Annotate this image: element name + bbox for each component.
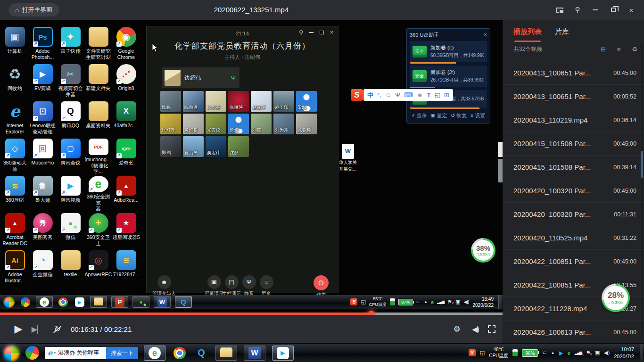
action-center-flag-icon[interactable]: ⚑ — [586, 350, 591, 356]
minimize-button[interactable] — [586, 0, 604, 20]
play-button[interactable]: ▶ — [10, 315, 26, 343]
taskbar-tencent-video: ▶ — [74, 296, 86, 308]
video-count: 共32个视频 — [513, 45, 589, 53]
window-restore-icon[interactable]: ◱ — [480, 350, 485, 356]
volume-tray-icon[interactable]: ◀) — [604, 350, 610, 356]
desktop-icon: 秀 美图秀秀 — [29, 212, 57, 249]
taskbar-meeting[interactable]: Q — [194, 346, 209, 360]
meeting-window: 21:14 ⚲ × 化学部支部党员教育活动（六月份） 主持人 · 边绍伟 边绍伟… — [146, 26, 339, 293]
playlist-item-name: 20200422_111228.mp4 — [513, 304, 610, 313]
participant-tile: 黄焰根 — [183, 114, 204, 134]
host-clock[interactable]: 10:07 2020/7/2 — [614, 346, 634, 360]
clear-playlist-icon[interactable]: ♻ — [632, 46, 637, 53]
desktop-icon: ◇ 360驱动大师 — [1, 137, 29, 174]
participant-name: 光善仪 — [207, 127, 221, 133]
search-input[interactable]: 港澳办 关你咩事 — [58, 349, 106, 357]
pin-button[interactable]: ⚲ — [569, 0, 586, 20]
collapse-list-icon[interactable]: ≡ — [617, 46, 621, 53]
meeting-title: 化学部支部党员教育活动（六月份） — [147, 41, 338, 51]
ie-search-box[interactable]: e ▾ 港澳办 关你咩事 搜索一下 — [45, 347, 138, 359]
taskbar-word[interactable]: W — [244, 346, 265, 361]
playlist-item-duration: 00:45:00 — [613, 188, 636, 194]
clipboard-icon[interactable]: ▣ — [595, 350, 600, 356]
meeting-toolbar: ☻ 管理参与人 ▣ 屏幕演示 ▤ 文档演示 Ψ 静音 ≡ 更多 ⊙ 结束 — [147, 275, 338, 297]
cpu-temp-label: CPU温度 — [489, 353, 508, 359]
taskbar-360browser[interactable]: e — [144, 346, 165, 361]
search-button[interactable]: 搜索一下 — [106, 347, 138, 359]
sogou-tray-icon[interactable]: S — [469, 349, 476, 356]
taskbar-tencent-video[interactable]: ▶ — [272, 346, 294, 361]
participant-tile: 沈丽 — [228, 136, 249, 157]
desktop-icon: 桌面资料夹 — [84, 100, 112, 137]
battery-indicator[interactable]: 96% — [522, 349, 538, 357]
playlist-item[interactable]: 20200422_100851 Par... 00:45:00 — [503, 250, 644, 273]
recorded-desktop-icons: ▣ 计算机 Ps AdobePhotosh... ✦ 茄子快传 — [1, 25, 140, 286]
playlist-item[interactable]: 20200413_100651 Par... 00:45:00 — [503, 61, 644, 85]
cpu-temp-value: 48℃ — [489, 347, 508, 353]
scrollbar-thumb[interactable] — [641, 151, 643, 178]
participant-tile: 赵圣印 — [273, 91, 294, 112]
playlist-scrollbar[interactable] — [641, 43, 643, 339]
net-speed-ball-host[interactable]: 28% ↓ 0.3K/s — [602, 284, 630, 312]
miniplayer-button[interactable] — [551, 0, 569, 20]
playlist-item-name: 20200415_101508 Par... — [513, 163, 610, 171]
volume-button[interactable]: ◀) — [467, 315, 484, 343]
time-display: 00:16:31 / 00:22:21 — [71, 315, 132, 343]
participant-tile: 梁凯 — [296, 91, 317, 112]
participant-name: 张灯青 — [162, 127, 175, 133]
next-button[interactable]: ▶▏ — [29, 315, 45, 343]
tray-expand-icon[interactable]: ▲ — [551, 351, 555, 355]
playlist-item[interactable]: 20200420_100320 Par... 00:11:31 — [503, 203, 644, 226]
video-area[interactable]: ▣ 计算机 Ps AdobePhotosh... ✦ 茄子快传 — [0, 20, 503, 313]
taskbar-chrome[interactable] — [172, 346, 187, 360]
playlist-item[interactable]: 20200413_110219.mp4 00:36:14 — [503, 108, 644, 132]
clipboard-icon: ▣ — [455, 299, 460, 305]
recorded-taskbar: e ▶ P ● W Q S ◱ 55℃ CPU温度 — [0, 295, 503, 309]
playlist-item[interactable]: 20200420_110525.mp4 00:31:22 — [503, 226, 644, 250]
playlist-item[interactable]: 20200420_100320 Par... 00:45:00 — [503, 179, 644, 203]
drive-usage-bar — [410, 62, 456, 64]
warning-icon: ⚠ — [581, 352, 584, 356]
participant-tile: 戚春频 — [296, 114, 317, 134]
playlist-item-duration: 00:05:52 — [613, 93, 636, 100]
desktop-icon: iQIYI 爱奇艺 — [112, 137, 140, 174]
cpu-temp-value: 55℃ — [369, 296, 387, 302]
participant-tile: 刘为萍 — [273, 114, 294, 134]
tray-expand-icon: ▲ — [424, 300, 428, 304]
participant-name: 黄焰根 — [184, 127, 198, 133]
pinwheel-icon — [19, 296, 32, 308]
settings-button[interactable]: ⚙ — [449, 315, 465, 343]
taskbar-powerpoint: P — [111, 296, 128, 308]
tab-library[interactable]: 片库 — [555, 27, 569, 36]
browser-tray-icon[interactable]: e — [568, 350, 570, 356]
panel-action-button: ≡设置 — [471, 112, 485, 119]
playlist-item[interactable]: 20200415_101508 Par... 00:45:00 — [503, 132, 644, 156]
mic-active-icon: Ψ — [231, 74, 236, 82]
start-button[interactable] — [3, 345, 20, 362]
participant-tile: 赵亚萍 — [251, 91, 272, 112]
playlist-item[interactable]: 20200413_100651 Par... 00:05:52 — [503, 85, 644, 108]
chevron-down-icon[interactable]: ▾ — [54, 351, 56, 355]
show-desktop-button[interactable] — [640, 344, 643, 362]
participant-name: 陈前进 — [184, 105, 198, 111]
playlist-item-duration: 00:11:31 — [614, 211, 636, 218]
maximize-button[interactable] — [604, 0, 622, 20]
usb-icon[interactable] — [512, 349, 518, 356]
loop-mode-button[interactable]: ↻ — [48, 315, 65, 343]
fullscreen-button[interactable] — [484, 315, 500, 343]
tencent-video-tray-icon[interactable]: ▶ — [559, 350, 563, 356]
playlist-item[interactable]: 20200426_100613 Par... 00:45:00 — [503, 321, 644, 344]
close-button[interactable]: × — [622, 0, 640, 20]
participant-name: 赵圣印 — [275, 105, 289, 111]
pinwheel-launcher-icon[interactable] — [24, 344, 41, 362]
taskbar-folder[interactable] — [215, 346, 237, 361]
network-signal-icon[interactable]: ▂▄▆⚠ — [575, 351, 582, 355]
taskbar-folder — [90, 296, 107, 308]
meeting-host-line: 主持人 · 边绍伟 — [147, 54, 338, 61]
drive-safe-icon: 安全 — [413, 46, 427, 58]
desktop-icon: e InternetExplorer — [1, 100, 29, 137]
open-file-icon[interactable]: ⊞ — [601, 46, 606, 53]
playlist-item[interactable]: 20200415_101508 Par... 00:39:14 — [503, 156, 644, 179]
ime-skin-icon: T — [427, 89, 430, 101]
tab-playlist[interactable]: 播放列表 — [513, 27, 542, 36]
